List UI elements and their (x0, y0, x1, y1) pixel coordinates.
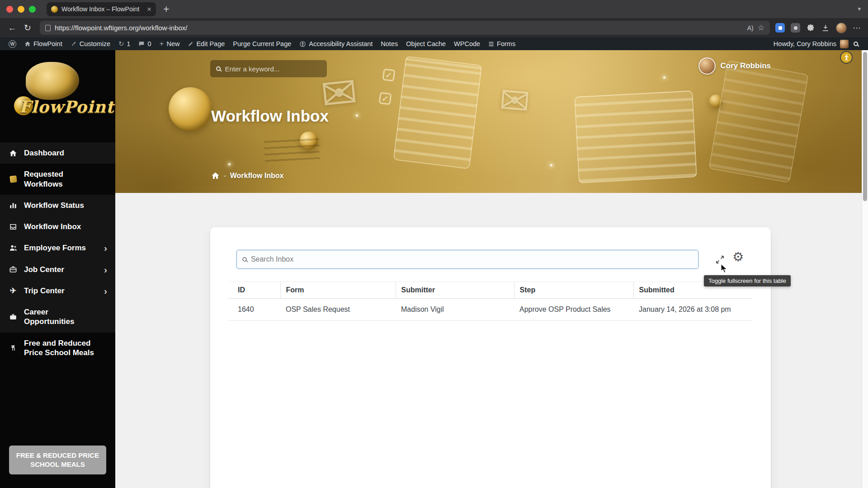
chevron-right-icon: › (104, 286, 107, 296)
browser-toolbar: ← ↻ https://flowpoint.wftigers.org/workf… (0, 18, 868, 38)
search-icon (242, 257, 247, 262)
browser-profile-avatar[interactable] (836, 23, 847, 33)
checkbox-decoration: ✓ (382, 69, 396, 82)
home-icon (8, 149, 18, 157)
page-title: Workflow Inbox (211, 107, 329, 125)
sidebar-item-school-meals[interactable]: Free and Reduced Price School Meals (0, 333, 115, 364)
traffic-lights (0, 6, 42, 13)
sidebar-item-requested-workflows[interactable]: Requested Workflows (0, 164, 115, 195)
chart-icon (8, 201, 18, 209)
sidebar-item-employee-forms[interactable]: Employee Forms › (0, 237, 115, 258)
tab-favicon-icon (51, 6, 58, 13)
extension-blue-icon[interactable] (775, 23, 785, 33)
fullscreen-tooltip: Toggle fullscreen for this table (704, 275, 791, 286)
scrollbar-thumb[interactable] (863, 52, 867, 201)
checkbox-decoration: ✓ (379, 92, 392, 105)
gold-badge-icon (8, 176, 18, 183)
cell-id[interactable]: 1640 (229, 299, 280, 321)
browser-menu-icon[interactable]: ⋯ (853, 23, 861, 33)
accessibility-person-icon (843, 54, 850, 61)
admin-customize[interactable]: Customize (66, 38, 115, 50)
site-search[interactable] (210, 60, 327, 77)
chevron-right-icon: › (104, 243, 107, 253)
admin-avatar (840, 40, 849, 48)
active-tab[interactable]: Workflow Inbox – FlowPoint × (47, 2, 156, 16)
table-header-row: ID Form Submitter Step Submitted (229, 282, 752, 299)
logo-tiger-icon (26, 62, 79, 100)
wp-logo-menu[interactable]: W (5, 38, 20, 50)
wp-admin-bar: W FlowPoint Customize ↻ 1 0 + New Edit P… (0, 38, 868, 50)
page-scrollbar[interactable] (862, 50, 868, 488)
back-button[interactable]: ← (5, 23, 19, 33)
admin-wpcode[interactable]: WPCode (450, 38, 484, 50)
admin-notes[interactable]: Notes (377, 38, 402, 50)
admin-comments[interactable]: 0 (134, 38, 155, 50)
admin-accessibility-assistant[interactable]: Accessibility Assistant (295, 38, 377, 50)
reload-button[interactable]: ↻ (21, 23, 34, 33)
site-info-icon[interactable] (45, 25, 51, 31)
admin-search-icon[interactable] (854, 42, 858, 46)
site-sidebar: FlowPoint Dashboard Requested Workflows … (0, 50, 115, 488)
address-bar[interactable]: https://flowpoint.wftigers.org/workflow-… (40, 21, 770, 35)
new-tab-button[interactable]: + (163, 3, 169, 15)
browser-window: Workflow Inbox – FlowPoint × + ▾ ← ↻ htt… (0, 0, 868, 488)
sidebar-item-workflow-inbox[interactable]: Workflow Inbox (0, 216, 115, 237)
pencil-icon (188, 41, 193, 47)
admin-site-name[interactable]: FlowPoint (20, 38, 66, 50)
breadcrumb-separator: - (224, 172, 226, 179)
inbox-search[interactable] (236, 250, 698, 269)
user-chip[interactable]: Cory Robbins (698, 57, 771, 75)
breadcrumb-home-icon[interactable] (211, 171, 220, 180)
admin-edit-page[interactable]: Edit Page (184, 38, 229, 50)
minimize-window-button[interactable] (18, 6, 24, 13)
table-settings-gear-icon[interactable]: ⚙ (732, 251, 744, 263)
briefcase-icon (8, 313, 18, 321)
accessibility-widget-button[interactable] (840, 51, 853, 64)
logo-wordmark: FlowPoint (19, 97, 114, 116)
close-window-button[interactable] (6, 6, 13, 13)
flowpoint-logo[interactable]: FlowPoint (0, 50, 115, 140)
inbox-icon (8, 223, 18, 231)
cell-submitter[interactable]: Madison Vigil (396, 299, 514, 321)
accessibility-icon (299, 41, 306, 47)
bookmark-star-icon[interactable]: ☆ (758, 23, 764, 33)
home-icon (24, 41, 31, 47)
briefcase-icon (8, 265, 18, 273)
sidebar-item-dashboard[interactable]: Dashboard (0, 142, 115, 164)
sidebar-item-workflow-status[interactable]: Workflow Status (0, 195, 115, 216)
table-row[interactable]: 1640 OSP Sales Request Madison Vigil App… (229, 299, 752, 321)
extension-gray-icon[interactable] (791, 23, 800, 33)
sidebar-item-job-center[interactable]: Job Center › (0, 259, 115, 280)
downloads-icon[interactable] (821, 23, 830, 33)
sidebar-nav: Dashboard Requested Workflows Workflow S… (0, 140, 115, 363)
sidebar-item-trip-center[interactable]: ✈ Trip Center › (0, 280, 115, 301)
column-header-submitter[interactable]: Submitter (396, 282, 514, 299)
zoom-window-button[interactable] (29, 6, 36, 13)
people-icon (8, 244, 18, 252)
meals-button[interactable]: FREE & REDUCED PRICE SCHOOL MEALS (9, 446, 106, 475)
tab-close-icon[interactable]: × (147, 5, 151, 13)
admin-forms[interactable]: Forms (484, 38, 519, 50)
column-header-step[interactable]: Step (514, 282, 633, 299)
admin-howdy[interactable]: Howdy, Cory Robbins (774, 40, 849, 48)
forms-icon (488, 41, 494, 47)
sidebar-item-career-opportunities[interactable]: Career Opportunities (0, 301, 115, 333)
admin-updates[interactable]: ↻ 1 (114, 38, 134, 50)
cell-form[interactable]: OSP Sales Request (280, 299, 396, 321)
column-header-id[interactable]: ID (229, 282, 280, 299)
admin-new[interactable]: + New (155, 38, 184, 50)
admin-object-cache[interactable]: Object Cache (402, 38, 450, 50)
user-avatar[interactable] (698, 57, 716, 75)
cell-submitted[interactable]: January 14, 2026 at 3:08 pm (633, 299, 752, 321)
url-text[interactable]: https://flowpoint.wftigers.org/workflow-… (55, 24, 743, 32)
extensions-puzzle-icon[interactable] (806, 23, 815, 33)
inbox-search-input[interactable] (251, 255, 693, 263)
site-search-input[interactable] (225, 65, 321, 73)
reader-mode-icon[interactable]: A) (747, 24, 754, 32)
breadcrumb-current: Workflow Inbox (230, 172, 284, 180)
cell-step[interactable]: Approve OSP Product Sales (514, 299, 633, 321)
column-header-form[interactable]: Form (280, 282, 396, 299)
admin-purge-page[interactable]: Purge Current Page (229, 38, 295, 50)
tab-overview-chevron-icon[interactable]: ▾ (858, 5, 861, 12)
chevron-right-icon: › (104, 265, 107, 274)
